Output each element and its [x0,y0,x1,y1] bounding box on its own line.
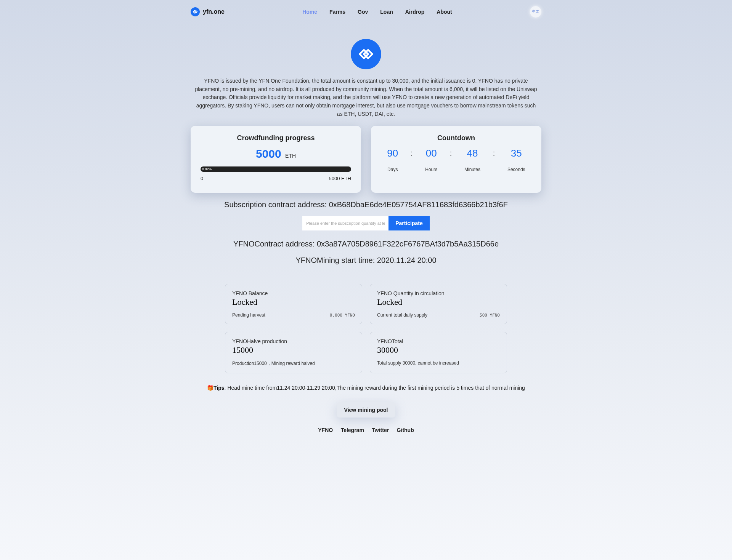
nav-home[interactable]: Home [302,9,317,15]
circulation-sub-right: 500 YFNO [480,313,500,318]
tips-line: 🎁Tips: Head mine time from11.24 20:00-11… [191,385,541,391]
countdown-sep: : [411,147,413,158]
countdown-hours: 00 [425,147,437,159]
yfno-contract-address: YFNOContract address: 0x3a87A705D8961F32… [191,240,541,248]
language-toggle[interactable]: 中文 [530,6,541,18]
nav-airdrop[interactable]: Airdrop [405,9,425,15]
footer-telegram[interactable]: Telegram [341,427,364,433]
balance-card: YFNO Balance Locked Pending harvest 0.00… [225,284,362,324]
nav-gov[interactable]: Gov [358,9,368,15]
header: yfn.one Home Farms Gov Loan Airdrop Abou… [191,0,541,24]
nav-farms[interactable]: Farms [329,9,345,15]
balance-title: YFNO Balance [232,290,355,296]
info-grid: YFNO Balance Locked Pending harvest 0.00… [225,284,507,373]
tips-prefix: 🎁Tips [207,385,225,391]
subscription-address: Subscription contract address: 0xB68DbaE… [191,200,541,209]
subscribe-row: Participate [191,216,541,230]
countdown-title: Countdown [381,134,531,142]
progress-percent: 0.02% [202,167,212,171]
halve-sub: Production15000，Mining reward halved [232,360,315,367]
progress-max: 5000 ETH [329,176,351,181]
participate-button[interactable]: Participate [388,216,430,230]
countdown-days-label: Days [387,167,398,172]
crowdfunding-amount: 5000 [256,147,281,160]
countdown-minutes-label: Minutes [464,167,480,172]
footer-github[interactable]: Github [397,427,414,433]
countdown-hours-label: Hours [425,167,437,172]
mining-start-time: YFNOMining start time: 2020.11.24 20:00 [191,256,541,265]
halve-title: YFNOHalve production [232,338,355,344]
description-text: YFNO is issued by the YFN.One Foundation… [191,77,541,118]
progress-min: 0 [201,176,203,181]
total-title: YFNOTotal [377,338,500,344]
nav-loan[interactable]: Loan [380,9,393,15]
crowdfunding-title: Crowdfunding progress [201,134,351,142]
progress-bar: 0.02% [201,166,351,172]
main-nav: Home Farms Gov Loan Airdrop About [302,9,452,15]
balance-sub-right: 0.000 YFNO [330,313,355,318]
circulation-sub-left: Current total daily supply [377,312,427,318]
brand[interactable]: yfn.one [191,7,225,16]
countdown-seconds-label: Seconds [507,167,525,172]
circulation-title: YFNO Quantity in circulation [377,290,500,296]
crowdfunding-unit: ETH [285,153,296,159]
tips-text: : Head mine time from11.24 20:00-11.29 2… [225,385,525,391]
footer-yfno[interactable]: YFNO [318,427,333,433]
balance-value: Locked [232,297,355,307]
total-value: 30000 [377,345,500,355]
countdown-card: Countdown 90 Days : 00 Hours : 48 Minute… [371,126,541,193]
footer-twitter[interactable]: Twitter [372,427,389,433]
nav-about[interactable]: About [437,9,452,15]
footer-links: YFNO Telegram Twitter Github [191,427,541,445]
total-sub: Total supply 30000, cannot be increased [377,360,459,366]
balance-sub-left: Pending harvest [232,312,265,318]
halve-card: YFNOHalve production 15000 Production150… [225,332,362,373]
hero-logo-icon [351,39,381,69]
halve-value: 15000 [232,345,355,355]
countdown-seconds: 35 [507,147,525,159]
total-card: YFNOTotal 30000 Total supply 30000, cann… [370,332,507,373]
circulation-card: YFNO Quantity in circulation Locked Curr… [370,284,507,324]
countdown-days: 90 [387,147,398,159]
subscription-input[interactable] [302,216,388,230]
brand-text: yfn.one [203,8,225,15]
crowdfunding-card: Crowdfunding progress 5000 ETH 0.02% 0 5… [191,126,361,193]
countdown-sep: : [450,147,452,158]
view-mining-pool-button[interactable]: View mining pool [337,402,396,418]
brand-logo-icon [191,7,200,16]
stat-cards-row: Crowdfunding progress 5000 ETH 0.02% 0 5… [191,126,541,193]
circulation-value: Locked [377,297,500,307]
countdown-sep: : [493,147,495,158]
countdown-minutes: 48 [464,147,480,159]
